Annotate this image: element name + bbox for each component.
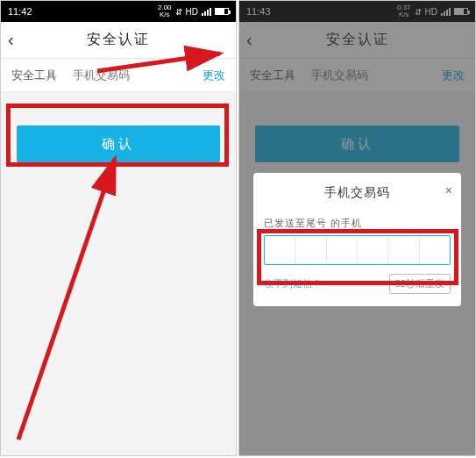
status-bar: 11:42 2.00 K/s ⇵ HD bbox=[1, 1, 236, 22]
sms-code-input[interactable] bbox=[264, 235, 451, 265]
confirm-button[interactable]: 确认 bbox=[255, 125, 459, 162]
sms-code-dialog: 手机交易码 × 已发送至尾号 的手机 收不到短信？ 52秒后重发 bbox=[253, 173, 461, 306]
status-battery-icon bbox=[454, 8, 468, 15]
dialog-title: 手机交易码 bbox=[264, 185, 451, 210]
status-net: 2.00 K/s bbox=[158, 4, 172, 18]
status-time: 11:42 bbox=[8, 6, 32, 17]
status-hd: HD bbox=[186, 7, 198, 17]
dialog-close-button[interactable]: × bbox=[445, 183, 452, 197]
status-net: 0.37 K/s bbox=[397, 4, 411, 18]
status-wifi-icon: ⇵ bbox=[175, 7, 182, 17]
arrow-to-confirm bbox=[10, 150, 150, 448]
security-tool-row: 安全工具 手机交易码 更改 bbox=[1, 59, 236, 92]
status-bar: 11:43 0.37 K/s ⇵ HD bbox=[239, 1, 475, 22]
header: ‹ 安全认证 bbox=[239, 22, 475, 59]
resend-suffix: 秒后重发 bbox=[406, 278, 444, 289]
phone-right: 11:43 0.37 K/s ⇵ HD ‹ 安全认证 安全工具 手机交易码 更改… bbox=[238, 0, 476, 456]
status-signal-icon bbox=[441, 7, 451, 16]
status-time: 11:43 bbox=[246, 6, 271, 17]
change-link[interactable]: 更改 bbox=[202, 68, 225, 83]
status-wifi-icon: ⇵ bbox=[415, 7, 422, 17]
sms-help-link[interactable]: 收不到短信？ bbox=[264, 277, 322, 290]
resend-button[interactable]: 52秒后重发 bbox=[389, 274, 451, 294]
status-battery-icon bbox=[215, 8, 229, 15]
back-button[interactable]: ‹ bbox=[8, 30, 14, 50]
security-tool-row: 安全工具 手机交易码 更改 bbox=[239, 59, 475, 92]
row-label: 安全工具 bbox=[11, 68, 73, 83]
svg-line-1 bbox=[18, 159, 115, 440]
page-title: 安全认证 bbox=[326, 31, 389, 49]
row-value: 手机交易码 bbox=[311, 68, 442, 83]
phone-left: 11:42 2.00 K/s ⇵ HD ‹ 安全认证 安全工具 手机交易码 更改… bbox=[0, 0, 237, 456]
resend-seconds: 52 bbox=[395, 278, 406, 289]
row-value: 手机交易码 bbox=[73, 68, 202, 83]
confirm-button[interactable]: 确认 bbox=[17, 125, 220, 162]
row-label: 安全工具 bbox=[250, 68, 311, 83]
back-button[interactable]: ‹ bbox=[246, 30, 252, 50]
change-link[interactable]: 更改 bbox=[442, 68, 465, 83]
status-hd: HD bbox=[425, 7, 437, 17]
page-title: 安全认证 bbox=[87, 31, 150, 49]
dialog-subtext: 已发送至尾号 的手机 bbox=[264, 217, 451, 230]
status-signal-icon bbox=[202, 7, 211, 16]
header: ‹ 安全认证 bbox=[1, 22, 236, 59]
